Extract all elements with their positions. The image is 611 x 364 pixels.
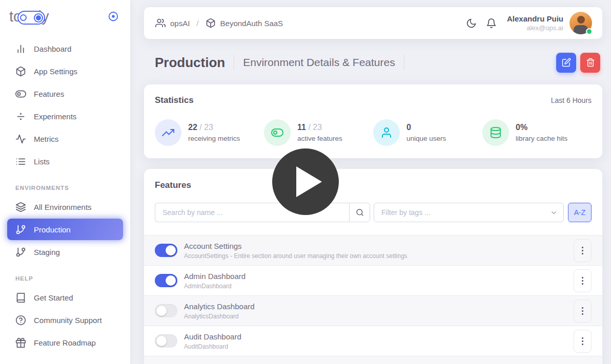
feature-toggle[interactable] — [155, 244, 177, 257]
statistics-card: Statistics Last 6 Hours 22 / 23 receivin… — [144, 84, 602, 158]
sidebar-item-label: All Environments — [34, 203, 92, 211]
feature-name: Analytics Dashboard — [184, 302, 255, 311]
statistics-title: Statistics — [155, 95, 194, 105]
layers-icon — [15, 202, 26, 212]
user-email: alex@ops.ai — [507, 24, 563, 32]
stat-unique-users: 0 unique users — [373, 119, 482, 146]
sidebar-nav: Dashboard App Settings Features Experime… — [0, 33, 130, 353]
feature-row-audit-dashboard: Audit Dashboard AuditDashboard — [144, 326, 602, 356]
feature-toggle[interactable] — [155, 304, 177, 317]
kebab-icon — [582, 307, 583, 315]
sidebar-item-label: App Settings — [34, 67, 77, 76]
feature-subtitle: AnalyticsDashboard — [184, 313, 255, 320]
sidebar-section-environments: ENVIRONMENTS — [15, 185, 130, 191]
user-menu[interactable]: Alexandru Puiu alex@ops.ai — [507, 14, 563, 32]
feature-toggle[interactable] — [155, 334, 177, 348]
statistics-row: 22 / 23 receiving metrics 11 / 23 active… — [155, 119, 592, 146]
toggle-icon — [15, 89, 26, 99]
sort-az-button[interactable]: A-Z — [568, 203, 592, 222]
user-avatar[interactable] — [569, 12, 592, 34]
sidebar-item-metrics[interactable]: Metrics — [7, 128, 123, 149]
sidebar-item-features[interactable]: Features — [7, 83, 123, 104]
main-content: opsAI / BeyondAuth SaaS Alexandru Puiu a… — [130, 0, 611, 364]
stat-label: library cache hits — [516, 135, 567, 142]
dark-mode-moon-icon[interactable] — [466, 18, 477, 29]
sidebar-header: toggly — [0, 0, 130, 33]
filter-placeholder: Filter by tags ... — [381, 208, 431, 217]
row-menu-button[interactable] — [574, 330, 592, 353]
breadcrumb-app[interactable]: BeyondAuth SaaS — [206, 18, 283, 28]
sidebar-item-label: Dashboard — [34, 45, 71, 53]
sidebar-item-lists[interactable]: Lists — [7, 151, 123, 172]
sidebar-item-app-settings[interactable]: App Settings — [7, 60, 123, 82]
sidebar-item-label: Feature Roadmap — [34, 338, 96, 347]
book-icon — [15, 292, 26, 303]
feature-name: Admin Dashboard — [184, 272, 246, 281]
features-list: Account Settings AccountSettings - Entir… — [144, 235, 602, 364]
features-controls: Filter by tags ... A-Z — [155, 203, 592, 222]
bar-chart-icon — [15, 44, 26, 54]
sidebar-item-label: Community Support — [34, 316, 102, 325]
page-subtitle: Environment Details & Features — [243, 56, 395, 69]
sidebar-item-all-environments[interactable]: All Environments — [7, 196, 123, 218]
features-card: Features Filter by tags ... A-Z — [144, 169, 602, 364]
filter-by-tags-select[interactable]: Filter by tags ... — [374, 203, 564, 222]
page-header: Production Environment Details & Feature… — [144, 51, 602, 74]
stat-active-features: 11 / 23 active features — [264, 119, 373, 146]
video-play-button[interactable] — [272, 148, 339, 215]
breadcrumb-app-label: BeyondAuth SaaS — [220, 19, 283, 28]
stat-receiving-metrics: 22 / 23 receiving metrics — [155, 119, 264, 146]
sidebar-section-help: HELP — [15, 275, 130, 282]
statistics-period: Last 6 Hours — [551, 96, 592, 104]
gift-icon — [15, 337, 26, 348]
git-branch-icon — [15, 224, 26, 235]
sidebar-item-get-started[interactable]: Get Started — [7, 287, 123, 308]
stat-value: 11 — [297, 123, 306, 132]
stat-label: unique users — [406, 135, 446, 142]
stat-label: receiving metrics — [188, 135, 240, 142]
notifications-bell-icon[interactable] — [486, 18, 497, 29]
breadcrumb-separator: / — [196, 19, 198, 28]
search-button[interactable] — [349, 203, 370, 222]
sidebar-item-dashboard[interactable]: Dashboard — [7, 38, 123, 59]
sidebar-item-community-support[interactable]: Community Support — [7, 309, 123, 331]
sidebar-item-production[interactable]: Production — [7, 219, 123, 240]
search-group — [155, 203, 370, 222]
play-icon — [296, 166, 322, 197]
sidebar-item-label: Production — [34, 225, 71, 234]
user-icon — [373, 119, 400, 146]
edit-pencil-icon — [562, 58, 571, 67]
breadcrumb: opsAI / BeyondAuth SaaS — [155, 18, 283, 28]
sidebar-item-experiments[interactable]: Experiments — [7, 105, 123, 127]
sidebar-pin-icon[interactable] — [108, 11, 119, 22]
toggly-logo[interactable]: toggly — [9, 7, 49, 26]
sidebar-item-label: Metrics — [34, 135, 58, 143]
cube-icon — [206, 18, 216, 28]
sidebar-item-label: Experiments — [34, 112, 76, 121]
sidebar-item-feature-roadmap[interactable]: Feature Roadmap — [7, 332, 123, 353]
sidebar-item-staging[interactable]: Staging — [7, 241, 123, 263]
git-branch-icon — [15, 247, 26, 258]
stat-value: 0 — [406, 123, 411, 132]
sidebar-item-label: Features — [34, 90, 64, 98]
sidebar: toggly Dashboard App Settings Features E… — [0, 0, 130, 364]
row-menu-button[interactable] — [574, 239, 592, 262]
row-menu-button[interactable] — [574, 299, 592, 323]
stat-value: 22 — [188, 123, 197, 132]
feature-toggle[interactable] — [155, 274, 177, 287]
feature-name: Audit Dashboard — [184, 332, 241, 341]
feature-row-analytics-dashboard: Analytics Dashboard AnalyticsDashboard — [144, 295, 602, 326]
stat-denominator: / 23 — [308, 123, 322, 132]
stat-value: 0% — [516, 123, 527, 132]
feature-row-account-settings: Account Settings AccountSettings - Entir… — [144, 235, 602, 265]
sidebar-item-label: Get Started — [34, 293, 73, 302]
chevron-down-icon — [550, 209, 558, 217]
row-menu-button[interactable] — [574, 269, 592, 292]
trash-icon — [586, 58, 595, 67]
online-status-dot — [586, 28, 593, 35]
edit-environment-button[interactable] — [556, 53, 576, 73]
divide-icon — [15, 111, 26, 122]
breadcrumb-team[interactable]: opsAI — [155, 18, 190, 28]
features-title: Features — [155, 180, 592, 190]
delete-environment-button[interactable] — [580, 53, 600, 73]
